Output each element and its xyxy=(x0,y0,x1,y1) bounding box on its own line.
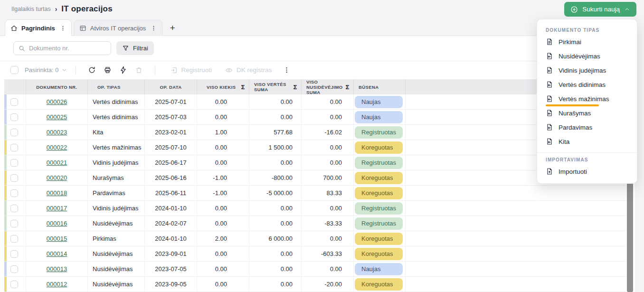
breadcrumb-parent-link[interactable]: Ilgalaikis turtas xyxy=(11,6,51,12)
delete-button[interactable] xyxy=(135,66,143,74)
document-link[interactable]: 000017 xyxy=(47,205,67,212)
table-row[interactable]: 000021 Vidinis judėjimas 2025-06-17 0.00… xyxy=(4,155,626,170)
refresh-button[interactable] xyxy=(88,66,96,74)
document-link[interactable]: 000021 xyxy=(47,159,67,166)
total-depreciation-cell: 83.33 xyxy=(302,186,354,200)
select-all-checkbox[interactable] xyxy=(10,66,19,74)
row-checkbox[interactable] xyxy=(10,144,18,151)
op-date-cell: 2023-07-05 xyxy=(145,262,197,276)
document-link[interactable]: 000022 xyxy=(47,144,67,151)
column-header[interactable]: VISO KIEKIS Σ xyxy=(197,79,249,94)
tab[interactable]: Atviros IT operacijos xyxy=(74,20,163,36)
table-row[interactable]: 000017 Vidinis judėjimas 2024-01-10 0.00… xyxy=(4,201,626,216)
toolbar-more-button[interactable] xyxy=(283,66,290,74)
column-label: VISO VERTĖS SUMA xyxy=(249,82,293,92)
search-input[interactable] xyxy=(29,45,113,52)
row-checkbox[interactable] xyxy=(10,159,18,167)
table-row[interactable]: 000012 Nusidėvėjimas 2023-09-05 0.00 0.0… xyxy=(4,277,626,292)
status-cell: Registruotas xyxy=(354,155,406,170)
table-row[interactable]: 000015 Pirkimas 2024-01-10 2.00 6 000.00… xyxy=(4,231,626,246)
menu-item[interactable]: Nurašymas xyxy=(537,106,637,120)
row-checkbox[interactable] xyxy=(10,265,18,273)
row-checkbox[interactable] xyxy=(10,189,18,197)
row-checkbox[interactable] xyxy=(10,250,18,258)
menu-item[interactable]: Nusidėvėjimas xyxy=(537,49,637,63)
document-link[interactable]: 000013 xyxy=(47,265,67,273)
table-row[interactable]: 000018 Pardavimas 2025-06-11 -1.00 -5 00… xyxy=(4,186,626,201)
column-header[interactable]: OP. DATA xyxy=(145,79,197,94)
row-checkbox[interactable] xyxy=(10,220,18,227)
table-row[interactable]: 000026 Vertės didinimas 2025-07-01 0.00 … xyxy=(4,94,626,110)
menu-item[interactable]: Vidinis judėjimas xyxy=(537,63,637,77)
column-header[interactable]: DOKUMENTO NR. xyxy=(26,79,88,94)
menu-item[interactable]: Importuoti xyxy=(537,164,637,179)
add-tab-button[interactable]: + xyxy=(164,20,180,36)
filler-cell xyxy=(406,216,626,231)
quick-actions-button[interactable] xyxy=(119,66,127,74)
doc-number-cell: 000021 xyxy=(26,155,88,170)
row-select-cell xyxy=(4,277,26,292)
total-depreciation-cell: 0.00 xyxy=(302,110,354,124)
table-row[interactable]: 000014 Nusidėvėjimas 2023-09-01 0.00 0.0… xyxy=(4,246,626,262)
tab-menu-icon[interactable] xyxy=(60,25,66,31)
chevron-down-icon[interactable] xyxy=(61,67,67,73)
table-row[interactable]: 000022 Vertės mažinimas 2025-07-10 0.00 … xyxy=(4,140,626,155)
row-checkbox[interactable] xyxy=(10,174,18,182)
sigma-button[interactable]: Σ xyxy=(293,84,297,91)
column-header[interactable]: BŪSENA xyxy=(354,79,406,94)
tab[interactable]: Pagrindinis xyxy=(5,19,72,36)
table-row[interactable]: 000025 Vertės didinimas 2025-07-03 0.00 … xyxy=(4,110,626,125)
filters-label: Filtrai xyxy=(133,45,148,52)
table-row[interactable]: 000016 Nusidėvėjimas 2024-02-07 0.00 0.0… xyxy=(4,216,626,231)
table-row[interactable]: 000013 Nusidėvėjimas 2023-07-05 0.00 0.0… xyxy=(4,262,626,277)
op-type-cell: Nurašymas xyxy=(88,170,145,185)
column-header[interactable]: OP. TIPAS xyxy=(88,79,145,94)
menu-item[interactable]: Pardavimas xyxy=(537,120,637,134)
menu-item[interactable]: Vertės didinimas xyxy=(537,77,637,92)
print-button[interactable] xyxy=(104,66,112,74)
total-value-cell: 1 500.00 xyxy=(249,140,302,155)
create-menu: DOKUMENTO TIPAS Pirkimai Nusidėvėjimas V… xyxy=(537,19,637,184)
document-link[interactable]: 000018 xyxy=(47,189,67,197)
menu-item[interactable]: Pirkimai xyxy=(537,35,637,49)
search-box[interactable] xyxy=(13,41,111,55)
row-checkbox[interactable] xyxy=(10,281,18,288)
row-checkbox[interactable] xyxy=(10,113,18,121)
document-link[interactable]: 000026 xyxy=(47,98,67,105)
menu-item[interactable]: Kita xyxy=(537,134,637,149)
total-qty-cell: 0.00 xyxy=(197,155,249,170)
total-depreciation-cell: 0.00 xyxy=(302,231,354,246)
document-link[interactable]: 000012 xyxy=(47,281,67,288)
register-button[interactable]: Registruoti xyxy=(170,66,212,74)
row-select-cell xyxy=(4,110,26,124)
menu-item[interactable]: Vertės mažinimas xyxy=(537,92,637,106)
document-link[interactable]: 000015 xyxy=(47,235,67,242)
dk-register-button[interactable]: DK registras xyxy=(225,66,272,74)
document-link[interactable]: 000020 xyxy=(47,174,67,181)
filters-button[interactable]: Filtrai xyxy=(116,41,154,55)
row-checkbox[interactable] xyxy=(10,98,18,106)
tab-menu-icon[interactable] xyxy=(151,25,157,31)
document-link[interactable]: 000025 xyxy=(47,113,67,121)
document-link[interactable]: 000014 xyxy=(47,250,67,257)
status-cell: Registruotas xyxy=(354,201,406,216)
total-qty-cell: 0.00 xyxy=(197,201,249,216)
document-link[interactable]: 000016 xyxy=(47,220,67,227)
document-link[interactable]: 000023 xyxy=(47,129,67,136)
total-qty-cell: 0.00 xyxy=(197,216,249,231)
row-checkbox[interactable] xyxy=(10,129,18,136)
tab-label: Atviros IT operacijos xyxy=(90,25,146,32)
menu-divider xyxy=(537,152,637,153)
table-row[interactable]: 000020 Nurašymas 2025-06-16 -1.00 -800.0… xyxy=(4,170,626,186)
column-header[interactable]: VISO VERTĖS SUMA Σ xyxy=(249,79,302,94)
status-badge: Koreguotas xyxy=(355,278,403,291)
table-row[interactable]: 000023 Kita 2023-02-01 1.00 577.68 -16.0… xyxy=(4,125,626,140)
sigma-button[interactable]: Σ xyxy=(345,84,350,91)
row-checkbox[interactable] xyxy=(10,235,18,243)
sigma-button[interactable]: Σ xyxy=(241,84,245,91)
row-select-cell xyxy=(4,246,26,261)
column-header[interactable]: VISO NUSIDĖVĖJIMO SUMA Σ xyxy=(302,79,354,94)
row-checkbox[interactable] xyxy=(10,205,18,212)
vertical-scrollbar[interactable] xyxy=(627,170,633,292)
create-new-button[interactable]: Sukurti naują xyxy=(564,2,636,17)
